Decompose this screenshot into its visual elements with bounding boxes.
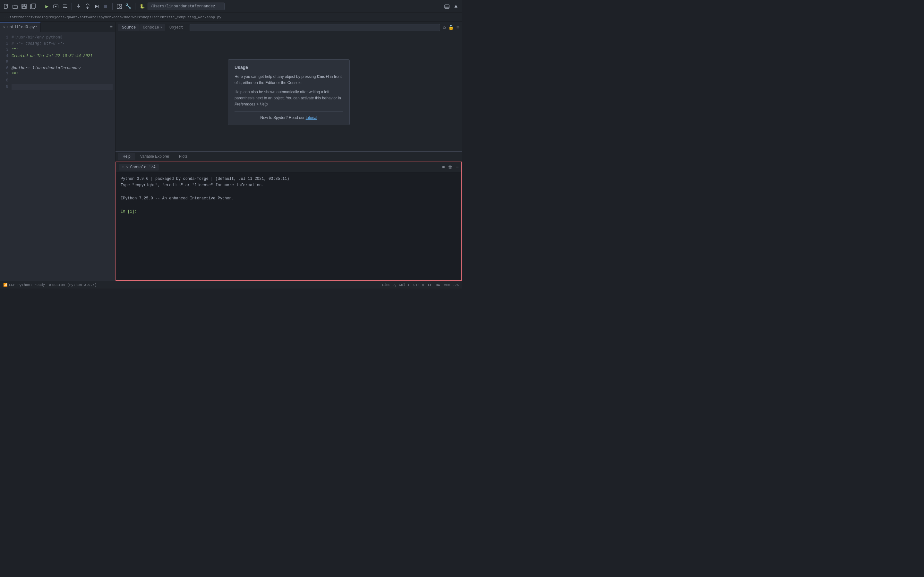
stop-debug-icon[interactable] [102,3,109,10]
tab-source[interactable]: Source [118,24,140,31]
console-line-3 [121,189,457,195]
console-stop-icon[interactable]: ■ [442,165,445,170]
menu-icon[interactable]: ≡ [456,25,459,31]
editor-panel: ✕ untitled0.py* ≡ 1 2 3 4 5 6 7 8 9 #!/u… [0,22,115,281]
status-eol: LF [428,283,432,287]
tab-menu-icon[interactable]: ≡ [107,24,115,29]
save-all-icon[interactable] [29,3,37,10]
run-cell-icon[interactable] [52,3,59,10]
svg-rect-11 [120,4,121,6]
status-bar: 📶 LSP Python: ready ⚙ custom (Python 3.9… [0,281,462,288]
console-tab-window-icon: ⊡ [122,165,124,169]
save-icon[interactable] [21,3,27,10]
separator-2 [71,3,72,10]
console-tab-1[interactable]: ⊡ ✕ Console 1/A [119,164,159,171]
svg-rect-7 [77,8,80,8]
svg-rect-10 [117,4,119,9]
usage-divider [234,111,343,111]
object-input[interactable] [190,24,440,31]
bottom-panel-tabs: Help Variable Explorer Plots [115,151,462,161]
usage-para2: Help can also be shown automatically aft… [234,89,343,108]
console-line-5 [121,202,457,208]
file-manager-icon[interactable] [443,3,451,10]
debug-step-into-icon[interactable] [75,3,82,10]
wifi-icon: 📶 [3,283,8,287]
right-panel: Source Console ▾ Object ⌂ 🔒 ≡ Usage Here… [115,22,462,281]
svg-rect-0 [4,4,7,8]
svg-rect-12 [120,7,121,9]
svg-rect-13 [445,5,449,8]
breadcrumb: ...tafernandez/CodingProjects/qu4nt-soft… [0,13,462,22]
console-tab-close-icon[interactable]: ✕ [126,165,128,169]
editor-tab-untitled[interactable]: ✕ untitled0.py* [0,22,41,32]
debug-step-over-icon[interactable] [84,3,91,10]
status-env: ⚙ custom (Python 3.9.6) [49,283,97,287]
editor-tab-bar: ✕ untitled0.py* ≡ [0,22,115,32]
run-icon[interactable]: ▶ [43,3,50,10]
code-editor[interactable]: #!/usr/bin/env python3# -*- coding: utf-… [10,32,115,281]
console-clear-icon[interactable]: 🗑 [448,165,452,170]
inspector-tab-bar: Source Console ▾ Object ⌂ 🔒 ≡ [115,22,462,33]
path-display: /Users/linourdanetafernandez [148,3,225,10]
console-line-4: IPython 7.25.0 -- An enhanced Interactiv… [121,195,457,201]
usage-para1: Here you can get help of any object by p… [234,74,343,86]
console-prompt: In [1]: [121,210,137,214]
home-icon[interactable]: ⌂ [443,25,446,30]
svg-rect-5 [31,4,36,8]
tab-object[interactable]: Object [166,24,187,31]
toolbar: ▶ [0,0,462,13]
console-tab-label: Console 1/A [130,165,156,169]
inspector-right-icons: ⌂ 🔒 ≡ [443,25,459,31]
status-lsp: 📶 LSP Python: ready [3,283,45,287]
run-selection-icon[interactable] [61,3,68,10]
usage-box: Usage Here you can get help of any objec… [228,59,350,126]
status-memory: Mem 92% [444,283,459,287]
separator-4 [135,3,136,10]
console-tab-bar: ⊡ ✕ Console 1/A ■ 🗑 ≡ [116,162,461,172]
separator-3 [112,3,113,10]
svg-rect-8 [98,5,99,8]
usage-title: Usage [234,65,343,70]
console-right-icons: ■ 🗑 ≡ [442,164,459,170]
tab-plots[interactable]: Plots [174,153,192,160]
upload-icon[interactable]: ▲ [452,3,459,10]
tab-label: untitled0.py* [7,25,37,29]
console-content[interactable]: Python 3.9.6 | packaged by conda-forge |… [116,172,461,280]
tab-variable-explorer[interactable]: Variable Explorer [136,153,174,160]
main-layout: ✕ untitled0.py* ≡ 1 2 3 4 5 6 7 8 9 #!/u… [0,22,462,281]
help-content: Usage Here you can get help of any objec… [115,33,462,151]
svg-rect-2 [23,4,25,6]
lock-icon[interactable]: 🔒 [448,25,454,30]
console-line-1: Python 3.9.6 | packaged by conda-forge |… [121,176,457,182]
open-folder-icon[interactable] [11,3,19,10]
python-logo-icon: 🐍 [139,3,145,10]
tutorial-link[interactable]: tutorial [306,115,317,120]
debug-continue-icon[interactable] [93,3,100,10]
code-area[interactable]: 1 2 3 4 5 6 7 8 9 #!/usr/bin/env python3… [0,32,115,281]
tab-close-icon[interactable]: ✕ [3,25,5,29]
env-icon: ⚙ [49,283,51,287]
svg-rect-3 [23,6,26,8]
console-line-2: Type "copyright", "credits" or "license"… [121,182,457,189]
status-position: Line 9, Col 1 [382,283,410,287]
status-rw: RW [436,283,440,287]
new-file-icon[interactable] [3,3,10,10]
tab-help[interactable]: Help [118,153,135,160]
console-panel: ⊡ ✕ Console 1/A ■ 🗑 ≡ Python 3.9.6 | pac… [115,161,462,281]
svg-rect-9 [104,5,107,8]
line-numbers: 1 2 3 4 5 6 7 8 9 [0,32,10,281]
console-prompt-line: In [1]: [121,208,457,215]
usage-footer: New to Spyder? Read our tutorial [234,115,343,120]
separator-1 [40,3,40,10]
status-encoding: UTF-8 [413,283,424,287]
tab-console-dropdown[interactable]: Console ▾ [140,24,165,31]
layout-icon[interactable] [116,3,123,10]
console-menu-icon[interactable]: ≡ [456,164,459,170]
dropdown-arrow-icon: ▾ [160,25,162,30]
wrench-icon[interactable]: 🔧 [125,3,132,10]
